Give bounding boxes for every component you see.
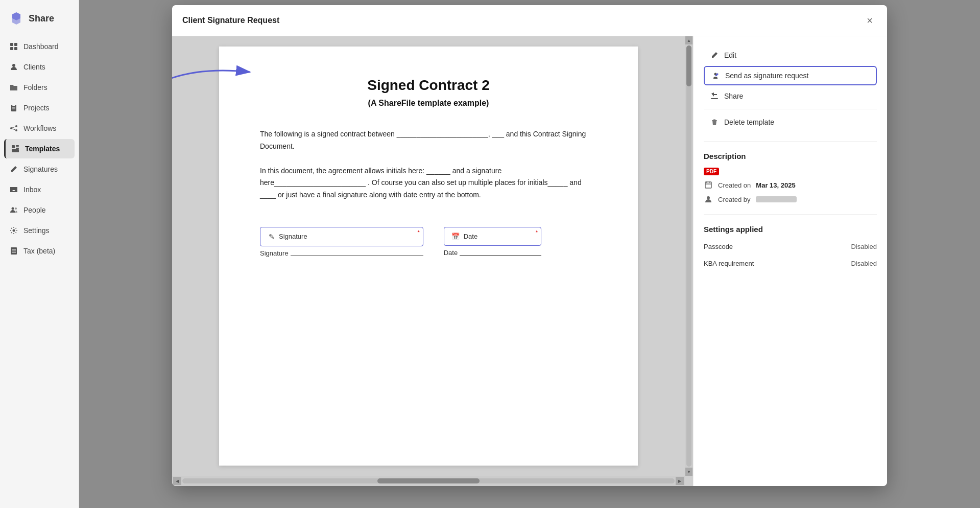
svg-rect-1 [14,43,17,46]
horizontal-scrollbar[interactable]: ◀ ▶ [172,476,685,486]
sidebar-item-dashboard[interactable]: Dashboard [4,37,75,56]
inbox-icon [9,185,18,194]
doc-page: Signed Contract 2 (A ShareFile template … [219,47,638,466]
svg-point-11 [15,129,17,131]
svg-point-9 [10,127,12,129]
sidebar-item-label: Inbox [23,186,41,194]
svg-rect-3 [14,47,17,50]
svg-line-12 [12,127,15,128]
modal-title: Client Signature Request [182,16,279,25]
date-underline-row: Date [444,249,541,257]
tax-icon [9,246,18,256]
sidebar-nav: Dashboard Clients Folders Projects [0,37,79,261]
app-logo: Share [0,5,79,37]
modal-body: ▲ ▼ [172,36,887,486]
folder-icon [9,83,18,92]
svg-rect-28 [705,182,711,188]
scrollbar-up-button[interactable]: ▲ [685,36,692,44]
pencil-icon [710,51,719,60]
sidebar-item-label: Clients [23,63,45,71]
svg-point-19 [15,207,17,210]
scrollbar-down-button[interactable]: ▼ [685,468,692,476]
divider [704,109,877,109]
app-name: Share [29,13,54,24]
sidebar-item-signatures[interactable]: Signatures [4,159,75,179]
date-line [460,249,541,256]
sidebar-item-people[interactable]: People [4,200,75,220]
sidebar-item-label: Folders [23,83,47,91]
sidebar-item-projects[interactable]: Projects [4,98,75,118]
description-title: Description [704,152,877,160]
template-icon [11,144,20,153]
settings-title: Settings applied [704,225,877,234]
sidebar-item-templates[interactable]: Templates [4,139,75,158]
signature-line [291,250,423,256]
sidebar-item-folders[interactable]: Folders [4,78,75,97]
settings-section: Settings applied Passcode Disabled KBA r… [704,225,877,269]
svg-point-20 [13,229,15,232]
sidebar-item-inbox[interactable]: Inbox [4,180,75,199]
passcode-value: Disabled [851,243,877,250]
created-by-row: Created by [704,195,877,204]
divider2 [704,141,877,142]
signature-field-group: * ✎ Signature Signature [260,227,423,257]
signature-fields-row: * ✎ Signature Signature [260,227,597,257]
actions-section: Edit Send as signature request [704,47,877,131]
doc-title: Signed Contract 2 [260,77,597,94]
scrollbar-h-thumb[interactable] [377,478,480,483]
svg-point-32 [707,196,710,199]
kba-value: Disabled [851,260,877,267]
svg-point-4 [12,64,15,67]
delete-template-button[interactable]: Delete template [704,113,877,131]
modal-overlay: Client Signature Request × ▲ ▼ [79,0,980,508]
edit-button[interactable]: Edit [704,47,877,64]
clipboard-icon [9,103,18,112]
signature-field-label: Signature [279,233,307,240]
sidebar-item-workflows[interactable]: Workflows [4,119,75,138]
scrollbar-thumb[interactable] [686,45,691,86]
svg-rect-0 [10,43,13,46]
sidebar: Share Dashboard Clients Folders [0,0,79,508]
people-icon [9,205,18,215]
svg-rect-27 [711,98,718,99]
passcode-row: Passcode Disabled [704,241,877,252]
share-label: Share [724,92,743,100]
grid-icon [9,42,18,51]
sidebar-item-settings[interactable]: Settings [4,221,75,240]
gear-icon [9,226,18,235]
close-button[interactable]: × [863,13,877,28]
svg-rect-17 [12,149,19,152]
sidebar-item-tax[interactable]: Tax (beta) [4,241,75,261]
date-field[interactable]: * 📅 Date [444,227,541,246]
created-by-label: Created by [718,196,751,203]
person-icon [9,62,18,72]
kba-label: KBA requirement [704,260,754,267]
doc-subtitle: (A ShareFile template example) [260,99,597,108]
modal: Client Signature Request × ▲ ▼ [172,5,887,486]
main-content: Client Signature Request × ▲ ▼ [79,0,980,508]
description-section: Description PDF Created on Mar 13, 2025 [704,152,877,204]
user-meta-icon [704,195,713,204]
sidebar-item-label: Projects [23,104,50,112]
sidebar-item-label: Dashboard [23,42,59,51]
created-by-value [756,196,797,202]
right-panel: Edit Send as signature request [693,36,887,486]
svg-rect-14 [12,145,15,148]
calendar-meta-icon [704,180,713,190]
signature-field[interactable]: * ✎ Signature [260,227,423,246]
vertical-scrollbar[interactable]: ▲ ▼ [685,36,693,476]
date-label: Date [444,249,458,257]
send-signature-request-button[interactable]: Send as signature request [704,66,877,85]
trash-icon [710,118,719,127]
send-sig-label: Send as signature request [725,72,808,80]
svg-rect-6 [12,104,15,106]
doc-scroll-area: Signed Contract 2 (A ShareFile template … [172,36,685,476]
date-required-marker: * [536,229,538,236]
scrollbar-left-button[interactable]: ◀ [173,477,181,485]
passcode-label: Passcode [704,243,733,250]
date-field-group: * 📅 Date Date [444,227,541,257]
kba-row: KBA requirement Disabled [704,258,877,269]
sidebar-item-clients[interactable]: Clients [4,57,75,77]
scrollbar-right-button[interactable]: ▶ [676,477,684,485]
share-button[interactable]: Share [704,87,877,105]
